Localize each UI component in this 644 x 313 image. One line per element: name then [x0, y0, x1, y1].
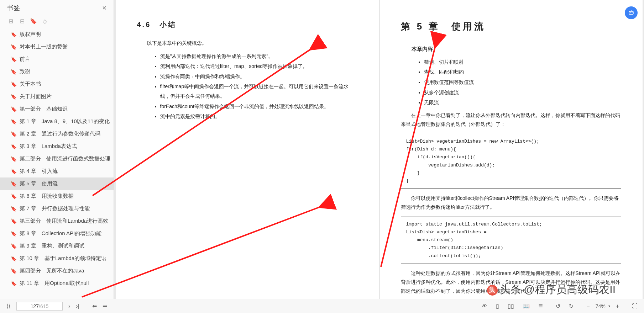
bookmark-item[interactable]: 🔖第 2 章 通过行为参数化传递代码	[0, 128, 114, 140]
eye-icon[interactable]: 👁	[479, 303, 490, 309]
book-view-icon[interactable]: 📖	[520, 303, 533, 309]
bookmark-item[interactable]: 🔖第 9 章 重构、测试和调试	[0, 240, 114, 252]
code-block-2: import static java.util.stream.Collector…	[401, 217, 621, 264]
assistant-floating-button[interactable]	[625, 6, 638, 19]
bookmark-icon: 🔖	[11, 44, 17, 50]
bookmark-item[interactable]: 🔖第 8 章 Collection API的增强功能	[0, 227, 114, 240]
next-page-icon[interactable]: ›	[66, 303, 73, 309]
bookmark-outline-icon[interactable]: ◇	[41, 17, 48, 25]
bookmark-label: 对本书上一版的赞誉	[20, 43, 68, 50]
intro-text: 以下是本章中的关键概念。	[137, 38, 358, 48]
continuous-icon[interactable]: ≣	[535, 303, 546, 309]
bookmark-icon: 🔖	[11, 169, 17, 174]
view-controls: 👁 ▯ ▯▯ 📖 ≣ ↺ ↻ − 74% ▾ + ⛶	[479, 303, 640, 309]
bookmark-add-icon[interactable]: 🔖	[30, 17, 37, 25]
chapter-title: 第 5 章 使用流	[401, 18, 621, 35]
bookmark-icon: 🔖	[11, 106, 17, 112]
code-block-1: List<Dish> vegetarianDishes = new ArrayL…	[401, 134, 621, 189]
svg-rect-0	[629, 11, 633, 14]
bullet-item: 流中的元素是按需计算的。	[160, 112, 358, 121]
bookmark-label: 第 1 章 Java 8、9、10以及11的变化	[20, 118, 110, 125]
bookmark-item[interactable]: 🔖第 6 章 用流收集数据	[0, 190, 114, 202]
bookmark-icon: 🔖	[11, 69, 17, 75]
bookmark-item[interactable]: 🔖版权声明	[0, 28, 114, 41]
bookmark-label: 第三部分 使用流和Lambda进行高效	[20, 218, 108, 224]
bookmark-item[interactable]: 🔖第 3 章 Lambda表达式	[0, 140, 114, 153]
bookmark-label: 第 3 章 Lambda表达式	[20, 143, 77, 150]
bookmark-icon: 🔖	[11, 32, 17, 37]
fullscreen-icon[interactable]: ⛶	[629, 303, 640, 309]
bookmark-item[interactable]: 🔖第二部分 使用流进行函数式数据处理	[0, 153, 114, 165]
para-3: 这种处理数据的方式很有用，因为你让Stream API管理如何处理数据。这样St…	[401, 269, 621, 296]
bookmark-item[interactable]: 🔖第 7 章 并行数据处理与性能	[0, 202, 114, 215]
svg-point-2	[632, 12, 633, 14]
bookmark-item[interactable]: 🔖第 11 章 用Optional取代null	[0, 277, 114, 290]
zoom-out-icon[interactable]: −	[583, 303, 592, 309]
nav-forward-icon[interactable]: ➡	[100, 303, 110, 309]
bookmark-label: 第 5 章 使用流	[20, 180, 58, 187]
nav-back-icon[interactable]: ⬅	[89, 303, 100, 309]
bookmark-item[interactable]: 🔖对本书上一版的赞誉	[0, 41, 114, 53]
bullet-item: forEach和count等终端操作会返回一个非流的值，并处理流水线以返回结果。	[160, 102, 358, 111]
para-1: 在上一章中你已看到了，流让你从外部迭代转向内部迭代。这样，你就用不着写下面这样的…	[401, 111, 621, 129]
zoom-dropdown-icon[interactable]: ▾	[608, 304, 610, 308]
bookmark-label: 第二部分 使用流进行函数式数据处理	[20, 155, 110, 162]
bookmark-label: 版权声明	[20, 31, 41, 38]
bookmark-label: 前言	[20, 56, 30, 63]
bookmark-item[interactable]: 🔖第 4 章 引入流	[0, 165, 114, 177]
single-page-icon[interactable]: ▯	[493, 303, 502, 309]
right-page: 第 5 章 使用流 本章内容 筛选、切片和映射查找、匹配和归约使用数值范围等数值…	[379, 0, 643, 299]
bookmark-item[interactable]: 🔖关于本书	[0, 78, 114, 90]
toc-item: 使用数值范围等数值流	[424, 78, 621, 87]
bookmark-icon: 🔖	[11, 144, 17, 149]
bookmark-label: 第 7 章 并行数据处理与性能	[20, 205, 90, 212]
bookmark-item[interactable]: 🔖关于封面图片	[0, 90, 114, 103]
bookmark-icon: 🔖	[11, 231, 17, 237]
bookmark-icon: 🔖	[11, 256, 17, 261]
sidebar-tools: ⊞ ⊟ 🔖 ◇	[0, 16, 114, 28]
bookmark-item[interactable]: 🔖第 5 章 使用流	[0, 177, 114, 190]
rotate-left-icon[interactable]: ↺	[553, 303, 563, 309]
toc-item: 筛选、切片和映射	[424, 57, 621, 67]
bookmark-item[interactable]: 🔖致谢	[0, 65, 114, 78]
summary-bullets: 流是"从支持数据处理操作的源生成的一系列元素"。流利用内部迭代：迭代通过filt…	[160, 52, 358, 121]
bookmark-item[interactable]: 🔖第三部分 使用流和Lambda进行高效	[0, 215, 114, 227]
bookmark-label: 关于封面图片	[20, 93, 52, 100]
sidebar-header: 书签 ×	[0, 0, 114, 16]
bookmark-icon: 🔖	[11, 94, 17, 100]
rotate-right-icon[interactable]: ↻	[566, 303, 576, 309]
last-page-icon[interactable]: ›|	[73, 303, 82, 309]
close-icon[interactable]: ×	[102, 4, 106, 12]
page-total: /615	[39, 303, 48, 309]
bookmark-label: 第 8 章 Collection API的增强功能	[20, 230, 101, 237]
zoom-level[interactable]: 74%	[596, 303, 606, 309]
bookmark-label: 第 4 章 引入流	[20, 168, 58, 175]
sidebar-title: 书签	[7, 4, 20, 12]
toc-item: 查找、匹配和归约	[424, 67, 621, 77]
bullet-item: 流利用内部迭代：迭代通过filter、map、sorted等操作被抽象掉了。	[160, 62, 358, 71]
page-number-box[interactable]: 127/615	[16, 302, 63, 311]
bookmark-label: 第 9 章 重构、测试和调试	[20, 243, 84, 249]
collapse-icon[interactable]: ⊟	[19, 17, 26, 25]
bookmark-icon: 🔖	[11, 81, 17, 87]
bookmark-label: 第一部分 基础知识	[20, 106, 68, 112]
bookmark-icon: 🔖	[11, 206, 17, 212]
expand-icon[interactable]: ⊞	[7, 17, 14, 25]
prev-page-start-icon[interactable]: ⟨⟨	[4, 303, 14, 309]
toc-item: 从多个源创建流	[424, 88, 621, 97]
two-page-icon[interactable]: ▯▯	[505, 303, 517, 309]
bookmark-list[interactable]: 🔖版权声明🔖对本书上一版的赞誉🔖前言🔖致谢🔖关于本书🔖关于封面图片🔖第一部分 基…	[0, 28, 114, 299]
bullet-item: filter和map等中间操作会返回一个流，并可以链接在一起。可以用它们来设置一…	[160, 82, 358, 101]
bookmark-label: 第 11 章 用Optional取代null	[20, 280, 89, 287]
bookmark-icon: 🔖	[11, 57, 17, 62]
bookmark-item[interactable]: 🔖第一部分 基础知识	[0, 103, 114, 115]
para-2: 你可以使用支持filter和collect操作的Stream API管理集合数据…	[401, 194, 621, 212]
bookmark-item[interactable]: 🔖前言	[0, 53, 114, 65]
left-page: 4.6 小结 以下是本章中的关键概念。 流是"从支持数据处理操作的源生成的一系列…	[116, 0, 379, 299]
bookmark-icon: 🔖	[11, 281, 17, 286]
zoom-in-icon[interactable]: +	[613, 303, 622, 309]
bookmark-item[interactable]: 🔖第 10 章 基于Lambda的领域特定语	[0, 252, 114, 265]
bookmark-item[interactable]: 🔖第四部分 无所不在的Java	[0, 265, 114, 277]
bookmark-item[interactable]: 🔖第 1 章 Java 8、9、10以及11的变化	[0, 115, 114, 128]
bookmark-icon: 🔖	[11, 193, 17, 199]
